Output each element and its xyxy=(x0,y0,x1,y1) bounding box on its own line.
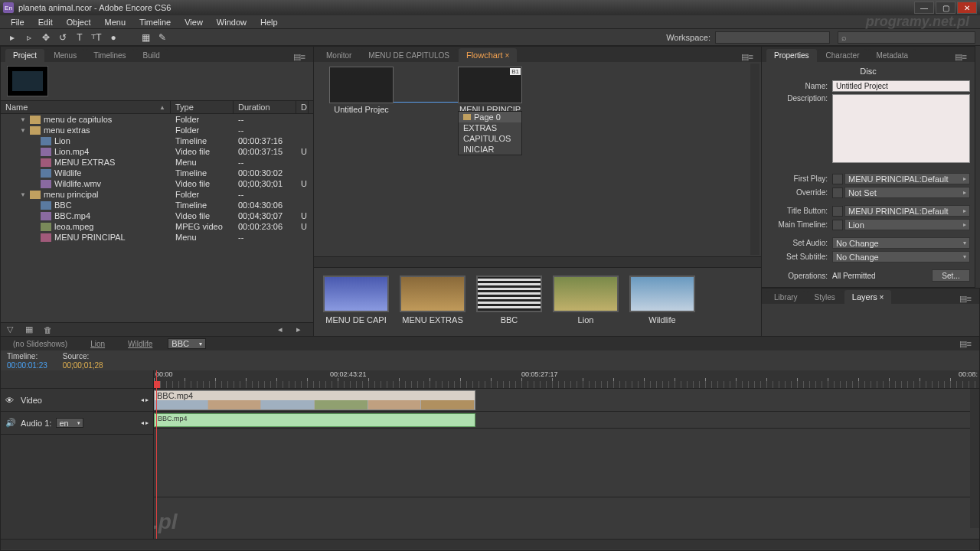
edit-menu-tool[interactable]: ✎ xyxy=(155,31,170,44)
tab-monitor[interactable]: Monitor xyxy=(318,49,359,62)
speaker-icon[interactable]: 🔊 xyxy=(5,418,16,428)
source-timecode[interactable]: 00;00;01;28 xyxy=(63,361,103,370)
flow-submenu[interactable]: Page 0 EXTRAS CAPITULOS INICIAR xyxy=(458,111,522,155)
audio-clip[interactable]: BBC.mp4 xyxy=(154,413,475,427)
tab-properties[interactable]: Properties xyxy=(766,49,817,62)
tab-project[interactable]: Project xyxy=(5,49,44,62)
project-row[interactable]: LionTimeline00:00:37:16 xyxy=(1,135,313,146)
link-icon[interactable] xyxy=(832,174,843,184)
video-clip[interactable]: BBC.mp4 xyxy=(154,390,475,410)
workspace-dropdown[interactable] xyxy=(715,31,830,44)
menu-help[interactable]: Help xyxy=(254,16,284,28)
tab-timelines[interactable]: Timelines xyxy=(86,49,133,62)
search-input[interactable] xyxy=(838,31,975,44)
next-icon[interactable]: ▸ xyxy=(296,324,307,334)
tab-styles[interactable]: Styles xyxy=(807,291,843,304)
eye-icon[interactable]: 👁 xyxy=(5,396,16,405)
project-row[interactable]: BBCTimeline00:04:30:06 xyxy=(1,200,313,210)
link-icon[interactable] xyxy=(832,220,843,230)
tl-tab-lion[interactable]: Lion xyxy=(83,338,113,350)
selection-tool[interactable]: ▸ xyxy=(5,31,20,44)
project-row[interactable]: ▼menu de capitulosFolder-- xyxy=(1,114,313,125)
setaudio-dropdown[interactable]: No Change▾ xyxy=(832,237,970,249)
tray-item[interactable]: BBC xyxy=(476,276,542,328)
tab-metadata[interactable]: Metadata xyxy=(868,49,916,62)
tl-tab-wildlife[interactable]: Wildlife xyxy=(120,338,160,350)
timeline-timecode[interactable]: 00:00:01:23 xyxy=(7,361,47,370)
filter-icon[interactable]: ▽ xyxy=(7,324,18,334)
panel-menu-icon[interactable]: ▤≡ xyxy=(956,339,975,349)
move-tool[interactable]: ✥ xyxy=(38,31,54,44)
tab-character[interactable]: Character xyxy=(818,49,867,62)
zoom-tool[interactable]: ● xyxy=(106,31,121,44)
audio-track[interactable]: BBC.mp4 xyxy=(154,412,979,429)
link-icon[interactable] xyxy=(832,187,843,198)
text-tool[interactable]: T xyxy=(72,31,87,44)
flow-hscroll[interactable] xyxy=(314,256,761,267)
menu-menu[interactable]: Menu xyxy=(99,16,132,28)
timeline-hscroll[interactable] xyxy=(1,539,979,549)
flowchart-canvas[interactable]: Untitled Projec B1 MENU PRINCIP Page 0 E… xyxy=(314,62,761,256)
audio-track-header[interactable]: 🔊Audio 1:en▾◂ ▸ xyxy=(1,412,153,435)
panel-menu-icon[interactable]: ▤≡ xyxy=(956,294,975,304)
override-dropdown[interactable]: Not Set▸ xyxy=(844,187,970,198)
col-name[interactable]: Name▲ xyxy=(1,101,171,113)
delete-icon[interactable]: 🗑 xyxy=(44,325,54,334)
project-row[interactable]: leoa.mpegMPEG video00:00:23:06U xyxy=(1,221,313,232)
preview-tool[interactable]: ▦ xyxy=(138,31,153,44)
project-row[interactable]: WildlifeTimeline00:00:30:02 xyxy=(1,168,313,178)
project-row[interactable]: Lion.mp4Video file00:00:37:15U xyxy=(1,146,313,157)
video-track-header[interactable]: 👁Video◂ ▸ xyxy=(1,389,153,412)
direct-select-tool[interactable]: ▹ xyxy=(21,31,37,44)
menu-view[interactable]: View xyxy=(178,16,209,28)
timeline-ruler[interactable]: 00:00 00:02:43:21 00:05:27:17 00:08: xyxy=(154,370,979,389)
submenu-item[interactable]: EXTRAS xyxy=(459,122,521,133)
timeline-vscroll[interactable] xyxy=(970,389,979,528)
submenu-item[interactable]: INICIAR xyxy=(459,144,521,155)
project-row[interactable]: ▼menu principalFolder-- xyxy=(1,189,313,200)
menu-edit[interactable]: Edit xyxy=(32,16,59,28)
col-used[interactable]: D xyxy=(296,101,309,113)
submenu-item[interactable]: CAPITULOS xyxy=(459,133,521,144)
panel-menu-icon[interactable]: ▤≡ xyxy=(290,52,309,62)
tl-tab-noslideshow[interactable]: (no Slideshows) xyxy=(5,338,75,350)
menu-object[interactable]: Object xyxy=(60,16,97,28)
name-field[interactable]: Untitled Project xyxy=(832,80,970,92)
tab-layers[interactable]: Layers × xyxy=(844,290,892,304)
menu-timeline[interactable]: Timeline xyxy=(133,16,177,28)
video-track[interactable]: BBC.mp4 xyxy=(154,389,979,412)
tray-item[interactable]: Wildlife xyxy=(629,276,695,328)
vertical-text-tool[interactable]: ⸆T xyxy=(89,31,104,44)
tray-item[interactable]: Lion xyxy=(553,276,619,328)
tray-item[interactable]: MENU EXTRAS xyxy=(400,276,466,328)
project-row[interactable]: Wildlife.wmvVideo file00;00;30;01U xyxy=(1,178,313,189)
new-item-icon[interactable]: ▦ xyxy=(25,324,36,334)
menu-file[interactable]: File xyxy=(5,16,31,28)
project-row[interactable]: BBC.mp4Video file00;04;30;07U xyxy=(1,210,313,221)
col-type[interactable]: Type xyxy=(171,101,234,113)
panel-menu-icon[interactable]: ▤≡ xyxy=(738,52,756,62)
flow-node-disc[interactable]: Untitled Projec xyxy=(329,67,394,114)
link-icon[interactable] xyxy=(832,206,843,217)
setsub-dropdown[interactable]: No Change▾ xyxy=(832,251,970,262)
tab-library[interactable]: Library xyxy=(766,291,805,304)
firstplay-dropdown[interactable]: MENU PRINCIPAL:Default▸ xyxy=(844,173,970,184)
col-duration[interactable]: Duration xyxy=(234,101,296,113)
tab-flowchart[interactable]: Flowchart × xyxy=(459,48,517,62)
maintl-dropdown[interactable]: Lion▸ xyxy=(844,219,970,230)
rotate-tool[interactable]: ↺ xyxy=(55,31,70,44)
titlebtn-dropdown[interactable]: MENU PRINCIPAL:Default▸ xyxy=(844,205,970,217)
menu-window[interactable]: Window xyxy=(211,16,253,28)
ops-set-button[interactable]: Set... xyxy=(932,269,970,282)
description-field[interactable] xyxy=(832,94,970,163)
audio-lang-dropdown[interactable]: en▾ xyxy=(56,418,83,428)
tab-menus[interactable]: Menus xyxy=(46,49,84,62)
tab-build[interactable]: Build xyxy=(136,49,168,62)
flow-vscroll[interactable] xyxy=(750,64,760,255)
prev-icon[interactable]: ◂ xyxy=(278,324,289,334)
project-row[interactable]: MENU PRINCIPALMenu-- xyxy=(1,232,313,243)
panel-menu-icon[interactable]: ▤≡ xyxy=(952,52,970,62)
tl-tab-bbc-dropdown[interactable]: BBC▾ xyxy=(168,338,206,349)
flow-node-menu[interactable]: B1 MENU PRINCIP xyxy=(458,67,522,114)
project-row[interactable]: ▼menu extrasFolder-- xyxy=(1,125,313,135)
